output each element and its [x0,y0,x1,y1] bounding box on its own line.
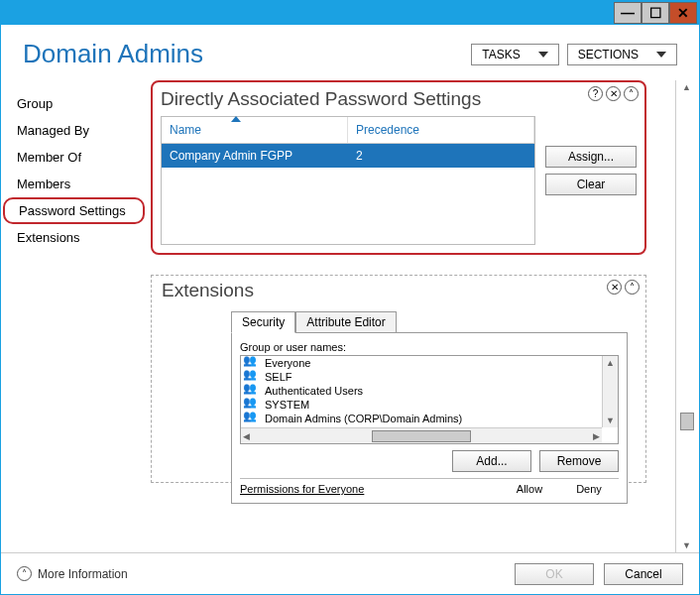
maximize-button[interactable]: ☐ [642,2,669,24]
col-precedence[interactable]: Precedence [348,117,534,143]
sidebar-item-member-of[interactable]: Member Of [1,144,147,171]
close-panel-icon[interactable]: ✕ [606,86,621,101]
list-item[interactable]: Authenticated Users [241,384,618,398]
sidebar: Group Managed By Member Of Members Passw… [1,80,147,552]
pso-table: Name Precedence Company Admin FGPP 2 [161,116,535,245]
close-button[interactable]: ✕ [669,2,697,24]
sort-asc-icon [231,116,241,122]
assign-button[interactable]: Assign... [545,146,637,168]
scroll-down-icon[interactable]: ▼ [680,538,693,552]
sidebar-item-password-settings[interactable]: Password Settings [3,197,145,224]
sections-label: SECTIONS [578,48,639,61]
cell-name: Company Admin FGPP [162,144,348,168]
list-item[interactable]: Everyone [241,356,618,370]
collapse-ext-icon[interactable]: ˄ [625,280,640,295]
help-icon[interactable]: ? [588,86,603,101]
more-info-label: More Information [38,567,128,581]
add-button[interactable]: Add... [452,450,531,472]
allow-col: Allow [500,483,559,495]
minimize-button[interactable]: — [614,2,642,24]
list-item[interactable]: Domain Admins (CORP\Domain Admins) [241,412,618,425]
tab-attribute-editor[interactable]: Attribute Editor [295,311,396,333]
tasks-label: TASKS [482,48,520,61]
pso-panel: Directly Associated Password Settings ? … [151,80,646,255]
window-titlebar: — ☐ ✕ [1,1,699,25]
close-ext-icon[interactable]: ✕ [607,280,622,295]
extensions-title: Extensions [162,280,636,301]
table-row[interactable]: Company Admin FGPP 2 [162,144,534,168]
scroll-up-icon[interactable]: ▲ [680,80,693,94]
col-name-label: Name [170,123,201,137]
pso-panel-title: Directly Associated Password Settings [161,88,637,110]
sidebar-item-extensions[interactable]: Extensions [1,224,147,251]
permissions-label: Permissions for Everyone [240,483,500,495]
sidebar-item-managed-by[interactable]: Managed By [1,117,147,144]
col-name[interactable]: Name [162,117,348,143]
extensions-panel: Extensions ✕ ˄ Security Attribute Editor… [151,275,646,483]
scroll-thumb[interactable] [372,430,471,442]
page-title: Domain Admins [23,39,203,69]
expand-down-icon: ˄ [17,566,32,581]
sidebar-item-group[interactable]: Group [1,90,147,117]
vertical-scrollbar[interactable]: ▲▼ [602,356,618,427]
caret-down-icon [538,52,548,58]
list-item[interactable]: SELF [241,370,618,384]
more-information[interactable]: ˄ More Information [17,566,128,581]
sidebar-item-members[interactable]: Members [1,171,147,197]
group-listbox[interactable]: Everyone SELF Authenticated Users SYSTEM… [240,355,619,444]
sections-dropdown[interactable]: SECTIONS [567,44,677,65]
tabstrip: Security Attribute Editor [231,311,636,332]
content-scrollbar[interactable]: ▲ ▼ [675,80,697,552]
header: Domain Admins TASKS SECTIONS [1,25,699,79]
users-icon [245,413,261,424]
deny-col: Deny [559,483,619,495]
clear-button[interactable]: Clear [545,174,637,195]
tab-security[interactable]: Security [231,311,295,333]
list-item[interactable]: SYSTEM [241,398,618,412]
cancel-button[interactable]: Cancel [604,563,683,585]
horizontal-scrollbar[interactable]: ◀▶ [241,427,602,443]
scroll-thumb[interactable] [680,413,694,430]
remove-button[interactable]: Remove [539,450,619,472]
cell-precedence: 2 [348,144,534,168]
caret-down-icon [656,52,666,58]
ok-button[interactable]: OK [515,563,594,585]
security-tab-content: Group or user names: Everyone SELF Authe… [231,332,628,504]
footer: ˄ More Information OK Cancel [1,552,699,594]
group-names-label: Group or user names: [240,341,619,353]
tasks-dropdown[interactable]: TASKS [471,44,558,65]
collapse-up-icon[interactable]: ˄ [624,86,639,101]
